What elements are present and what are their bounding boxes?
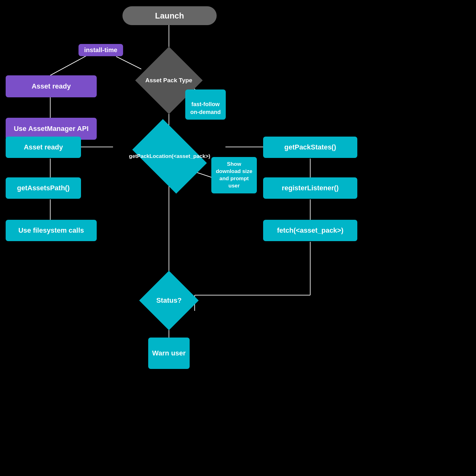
use-filesystem-calls-node: Use filesystem calls: [6, 220, 97, 241]
status-diamond: Status?: [132, 271, 206, 330]
show-download-label: Show download size and prompt user: [211, 157, 257, 193]
fetch-asset-pack-node: fetch(<asset_pack>): [263, 220, 357, 241]
register-listener-node: registerListener(): [263, 177, 357, 199]
get-assets-path-node: getAssetsPath(): [6, 177, 81, 199]
launch-node: Launch: [122, 6, 217, 25]
get-pack-states-node: getPackStates(): [263, 137, 357, 158]
svg-line-2: [50, 55, 88, 75]
install-time-label: install-time: [78, 44, 123, 56]
asset-ready-2-node: Asset ready: [6, 137, 81, 158]
warn-user-node: Warn user: [148, 338, 190, 369]
fast-follow-label: fast-follow on-demand: [185, 89, 226, 120]
flowchart: Launch install-time Asset Pack Type fast…: [0, 0, 476, 476]
asset-ready-1-node: Asset ready: [6, 75, 97, 97]
